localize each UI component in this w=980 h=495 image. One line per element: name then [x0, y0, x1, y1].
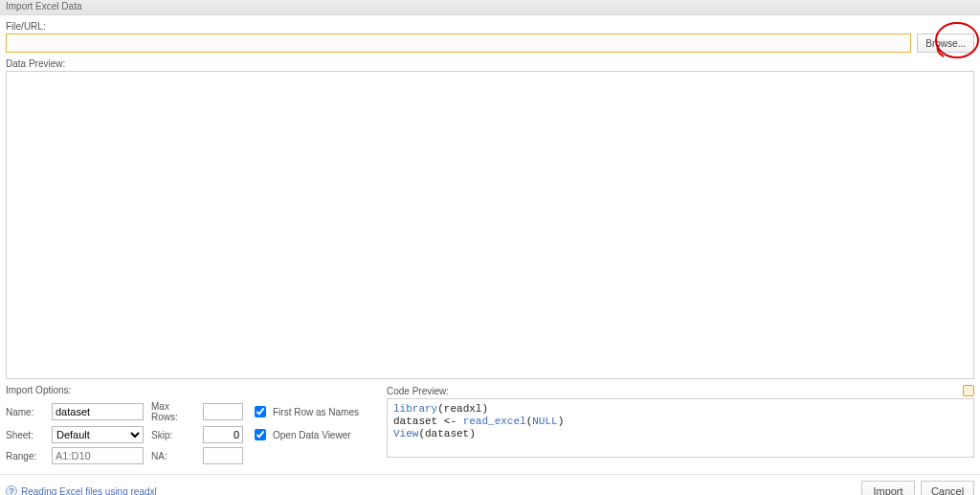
file-url-label: File/URL: [6, 21, 974, 32]
na-input[interactable] [203, 447, 243, 464]
readxl-help-link[interactable]: ? Reading Excel files using readxl [6, 485, 157, 495]
code-preview-label: Code Preview: [387, 386, 449, 396]
range-input[interactable] [52, 447, 144, 464]
import-button[interactable]: Import [861, 481, 915, 495]
range-label: Range: [6, 451, 44, 461]
data-preview-area [6, 71, 974, 379]
name-label: Name: [6, 407, 44, 417]
open-viewer-checkbox[interactable]: Open Data Viewer [251, 426, 375, 443]
cancel-button[interactable]: Cancel [921, 481, 974, 495]
browse-button[interactable]: Browse... [917, 34, 974, 53]
data-preview-label: Data Preview: [6, 58, 974, 69]
skip-input[interactable] [203, 426, 243, 443]
na-label: NA: [151, 451, 195, 461]
code-preview-area[interactable]: library(readxl) dataset <- read_excel(NU… [387, 398, 974, 458]
file-url-input[interactable] [6, 34, 911, 53]
copy-code-icon[interactable] [963, 385, 974, 396]
open-viewer-checkbox-box[interactable] [255, 429, 266, 440]
sheet-label: Sheet: [6, 430, 44, 440]
first-row-checkbox-label: First Row as Names [273, 407, 359, 417]
help-link-text: Reading Excel files using readxl [21, 486, 157, 496]
skip-label: Skip: [151, 430, 195, 440]
sheet-select[interactable]: Default [52, 426, 144, 443]
first-row-checkbox[interactable]: First Row as Names [251, 403, 375, 420]
import-options-label: Import Options: [6, 385, 379, 395]
maxrows-input[interactable] [203, 403, 243, 420]
window-titlebar: Import Excel Data [0, 0, 980, 15]
maxrows-label: Max Rows: [151, 401, 195, 422]
first-row-checkbox-box[interactable] [255, 406, 266, 417]
name-input[interactable] [52, 403, 144, 420]
help-icon: ? [6, 485, 17, 495]
open-viewer-checkbox-label: Open Data Viewer [273, 430, 351, 440]
window-title: Import Excel Data [6, 1, 81, 11]
